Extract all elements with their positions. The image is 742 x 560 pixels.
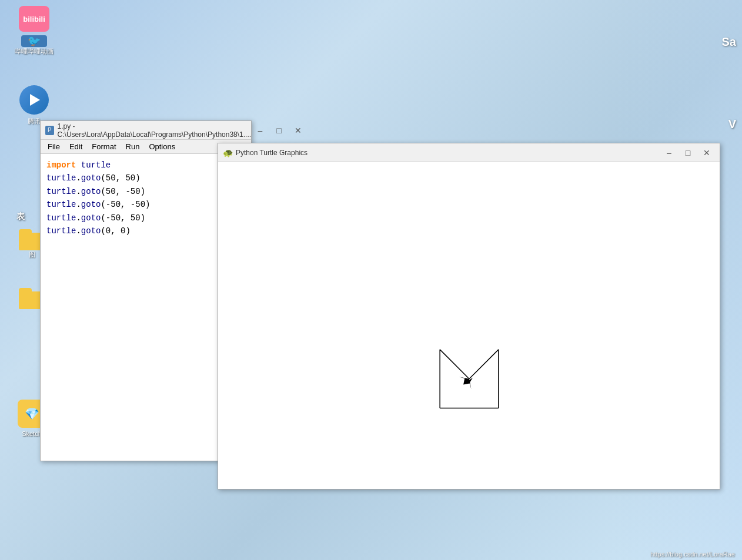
bilibili-subicon: 🐦 [21,35,47,47]
code-line-2: turtle.goto(50, 50) [46,172,245,185]
idle-title-text: 1.py - C:\Users\Lora\AppData\Local\Progr… [58,122,252,139]
code-dot-5: . [76,213,81,223]
idle-title: P 1.py - C:\Users\Lora\AppData\Local\Pro… [45,122,252,139]
idle-close-button[interactable]: ✕ [290,124,306,137]
menu-format[interactable]: Format [87,141,121,152]
code-line-5: turtle.goto(-50, 50) [46,212,245,224]
module-turtle: turtle [81,160,111,170]
turtle-window-controls: – □ ✕ [661,146,715,159]
bilibili-label: 哔哩哔哩动画 [15,47,54,56]
turtle-graphics-window: 🐢 Python Turtle Graphics – □ ✕ [218,143,720,489]
code-dot-3: . [76,187,81,196]
keyword-import: import [46,160,76,170]
code-turtle-4: turtle [46,200,76,209]
menu-run[interactable]: Run [121,141,145,152]
bottom-url-bar: https://blog.csdn.net/LoraRae [643,548,742,560]
turtle-close-button[interactable]: ✕ [698,146,715,159]
turtle-line-1 [469,350,499,379]
turtle-maximize-button[interactable]: □ [680,146,696,159]
turtle-title: 🐢 Python Turtle Graphics [223,148,308,157]
code-method-6: goto [81,226,101,236]
tencent-label: 腾讯 [28,117,41,126]
code-line-6: turtle.goto(0, 0) [46,224,245,237]
idle-icon: P [45,126,54,135]
idle-titlebar: P 1.py - C:\Users\Lora\AppData\Local\Pro… [41,121,251,140]
sketch-label: Sketch [22,430,42,437]
turtle-canvas [218,162,720,489]
code-turtle-6: turtle [46,226,76,236]
code-paren-6: (0, 0) [101,226,130,236]
menu-options[interactable]: Options [144,141,180,152]
code-dot-2: . [76,173,81,183]
turtle-titlebar: 🐢 Python Turtle Graphics – □ ✕ [218,143,720,162]
bilibili-icon-img: bilibili [19,6,49,32]
right-label-sa: Sa [722,35,736,49]
code-line-3: turtle.goto(50, -50) [46,185,245,198]
right-label-v: V [728,118,736,131]
code-turtle-5: turtle [46,213,76,223]
turtle-line-5 [440,350,469,379]
code-paren-4: (-50, -50) [101,200,150,209]
code-dot-4: . [76,200,81,209]
tencent-icon-img [19,85,49,115]
code-turtle-2: turtle [46,173,76,183]
bottom-url-text: https://blog.csdn.net/LoraRae [650,551,735,558]
desktop: bilibili 🐦 哔哩哔哩动画 腾讯 表 图 💎 Sketch Sa V [0,0,742,560]
side-label-biao: 表 [16,212,25,222]
turtle-icon: 🐢 [223,148,232,157]
desktop-icon-bilibili[interactable]: bilibili 🐦 哔哩哔哩动画 [11,6,58,56]
code-paren-3: (50, -50) [101,187,145,196]
idle-window-controls: – □ ✕ [252,124,306,137]
code-method-5: goto [81,213,101,223]
code-method-2: goto [81,173,101,183]
tencent-play-icon [25,91,43,109]
turtle-title-text: Python Turtle Graphics [236,149,308,157]
turtle-drawing-svg [218,162,720,489]
code-turtle-3: turtle [46,187,76,196]
code-line-4: turtle.goto(-50, -50) [46,198,245,211]
code-paren-5: (-50, 50) [101,213,145,223]
code-method-4: goto [81,200,101,209]
turtle-minimize-button[interactable]: – [661,146,677,159]
code-dot-6: . [76,226,81,236]
code-method-3: goto [81,187,101,196]
svg-marker-0 [30,94,40,106]
menu-file[interactable]: File [43,141,65,152]
idle-maximize-button[interactable]: □ [271,124,288,137]
code-line-1: import turtle [46,159,245,172]
folder1-label: 图 [29,250,35,259]
idle-minimize-button[interactable]: – [252,124,269,137]
menu-edit[interactable]: Edit [65,141,87,152]
desktop-icon-tencent[interactable]: 腾讯 [11,85,58,126]
code-paren-2: (50, 50) [101,173,140,183]
